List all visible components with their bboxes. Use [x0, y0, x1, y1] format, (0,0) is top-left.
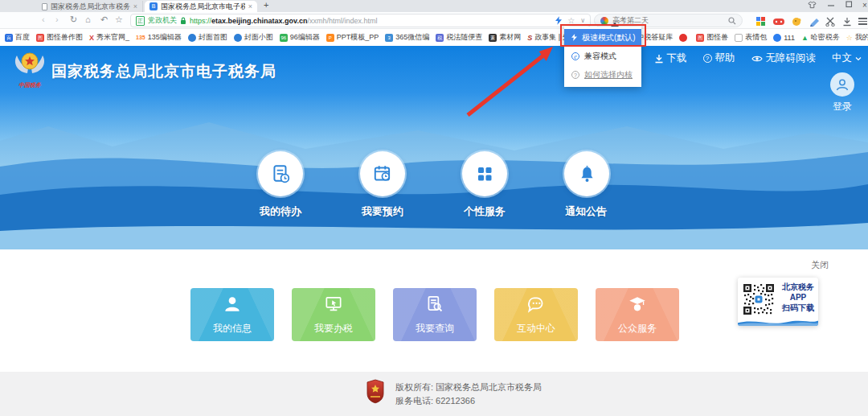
card-label: 公众服务: [596, 322, 679, 336]
minimize-button[interactable]: [825, 1, 837, 10]
quick-notices[interactable]: [564, 151, 609, 196]
games-icon[interactable]: [773, 15, 784, 27]
theme-skin-icon[interactable]: [805, 1, 818, 10]
quick-label: 通知公告: [546, 204, 626, 219]
menu-icon[interactable]: [858, 15, 868, 27]
highlighter-icon[interactable]: [809, 15, 821, 27]
bookmark-item[interactable]: 135135编辑器: [136, 32, 182, 43]
bookmark-item[interactable]: PPPT模板_PP: [326, 32, 379, 43]
close-panel-link[interactable]: 关闭: [811, 259, 829, 271]
bookmark-item[interactable]: 111: [773, 34, 795, 42]
card-public-services[interactable]: 公众服务: [596, 288, 679, 341]
app-qr-line: APP: [780, 292, 817, 303]
screenshot-scissors-icon[interactable]: [825, 15, 837, 27]
tab-inactive[interactable]: 国家税务总局北京市税务局 ×: [37, 1, 143, 12]
home-icon[interactable]: ⌂: [85, 14, 91, 24]
url-field[interactable]: 正 党政机关 https://etax.beijing.chinatax.gov…: [130, 14, 591, 27]
menu-item-kernel-help[interactable]: ? 如何选择内核: [564, 66, 641, 83]
quick-my-todo[interactable]: [258, 151, 303, 196]
restore-button[interactable]: [842, 1, 855, 10]
bookmark-item[interactable]: 图图怪兽作图: [36, 32, 83, 43]
pet-assistant-icon[interactable]: [792, 15, 803, 27]
bookmark-item[interactable]: 素素材网: [489, 32, 521, 43]
bookmark-favicon: S: [527, 34, 532, 42]
chevron-down-icon[interactable]: ∨: [580, 17, 585, 24]
quick-personal-services[interactable]: [462, 151, 507, 196]
bookmark-item[interactable]: 封面小图: [234, 32, 273, 43]
quick-appointment[interactable]: [360, 151, 405, 196]
downloads-icon[interactable]: [842, 15, 854, 27]
nav-language[interactable]: 中文: [832, 51, 862, 65]
download-icon: [654, 54, 664, 64]
graduate-icon: [627, 294, 648, 318]
chevron-down-icon: [855, 56, 862, 61]
bookmark-item[interactable]: ▲哈密税务: [801, 32, 840, 43]
bookmark-label: 秀米官网_: [96, 32, 129, 43]
bookmark-label: 表情包: [745, 32, 767, 43]
bookmark-item[interactable]: 税税法随便查: [436, 32, 482, 43]
bookmark-favicon: 3: [385, 34, 393, 42]
page-footer: 版权所有: 国家税务总局北京市税务局 服务电话: 62212366: [0, 372, 868, 416]
gov-verified-icon: 正: [136, 16, 145, 26]
tab-active[interactable]: B 国家税务总局北京市电子税务... ×: [145, 1, 257, 12]
bookmarks-bar: 百百度 图图怪兽作图 X秀米官网_ 135135编辑器 封面首图 封面小图 96…: [0, 29, 868, 46]
footer-copyright: 版权所有: 国家税务总局北京市税务局: [395, 381, 542, 394]
site-title: 国家税务总局北京市电子税务局: [51, 61, 276, 82]
favorite-star-icon[interactable]: ☆: [115, 14, 123, 25]
bookmark-item[interactable]: 表情包: [735, 32, 767, 43]
close-window-button[interactable]: ×: [858, 1, 868, 10]
bell-icon: [577, 164, 597, 184]
menu-item-compat-mode[interactable]: e 兼容模式: [564, 46, 641, 66]
card-label: 我要办税: [292, 322, 375, 336]
forward-icon[interactable]: ›: [55, 14, 59, 24]
qr-code: [742, 282, 776, 316]
bookmark-favicon: [773, 34, 781, 42]
tab-close-icon[interactable]: ×: [133, 2, 137, 10]
bookmark-favicon: 135: [136, 34, 145, 42]
bookmark-item[interactable]: 3365微信编: [385, 32, 429, 43]
bookmark-item[interactable]: X秀米官网_: [89, 32, 129, 43]
login-avatar-icon[interactable]: [830, 72, 854, 97]
todo-doc-icon: [270, 163, 291, 184]
back-icon[interactable]: ‹: [42, 14, 45, 24]
footer-phone: 服务电话: 62212366: [395, 394, 542, 408]
wave-decoration: [738, 317, 818, 326]
person-icon: [222, 294, 243, 318]
bookmark-label: 哈密税务: [811, 32, 840, 43]
nav-help[interactable]: ? 帮助: [703, 51, 735, 65]
tab-strip: 国家税务总局北京市税务局 × B 国家税务总局北京市电子税务... × + ×: [0, 0, 868, 12]
bookmark-favicon: 税: [436, 34, 444, 42]
blank-page-icon: [42, 3, 47, 10]
question-icon: ?: [703, 54, 712, 63]
bookmark-item[interactable]: 9696编辑器: [280, 32, 320, 43]
bookmark-item[interactable]: 封面首图: [188, 32, 227, 43]
bookmark-item[interactable]: 图图怪兽: [696, 32, 728, 43]
nav-accessibility[interactable]: 无障碍阅读: [751, 51, 817, 65]
bookmark-label: 税法随便查: [446, 32, 482, 43]
login-link[interactable]: 登录: [829, 100, 856, 113]
card-inquiry[interactable]: 我要查询: [393, 288, 477, 341]
bookmark-item[interactable]: 百百度: [5, 32, 30, 43]
site-favicon: B: [149, 2, 158, 10]
tab-close-icon[interactable]: ×: [248, 2, 252, 10]
refresh-icon[interactable]: ↻: [70, 14, 77, 25]
card-do-tax[interactable]: 我要办税: [292, 288, 375, 341]
lock-icon: [180, 17, 186, 25]
bookmark-favicon: [188, 34, 196, 42]
url-protocol: https://: [190, 17, 211, 25]
bookmark-favicon: P: [326, 34, 334, 42]
new-tab-button[interactable]: +: [264, 0, 268, 10]
card-my-info[interactable]: 我的信息: [190, 288, 274, 341]
card-label: 我的信息: [190, 322, 274, 336]
apps-grid-icon[interactable]: [756, 15, 768, 27]
nav-download[interactable]: 下载: [654, 51, 687, 65]
bookmark-favicon: X: [89, 34, 94, 42]
session-restore-icon[interactable]: ↶: [100, 14, 108, 25]
bookmark-item[interactable]: ☆我的问卷: [846, 32, 868, 43]
card-interaction[interactable]: 互动中心: [494, 288, 578, 341]
app-download-panel: 北京税务 APP 扫码下载: [738, 278, 818, 326]
bookmark-item[interactable]: [679, 34, 690, 42]
search-icon[interactable]: [728, 17, 736, 25]
bookmark-favicon: [735, 34, 743, 42]
annotation-highlight-box: [560, 24, 646, 47]
